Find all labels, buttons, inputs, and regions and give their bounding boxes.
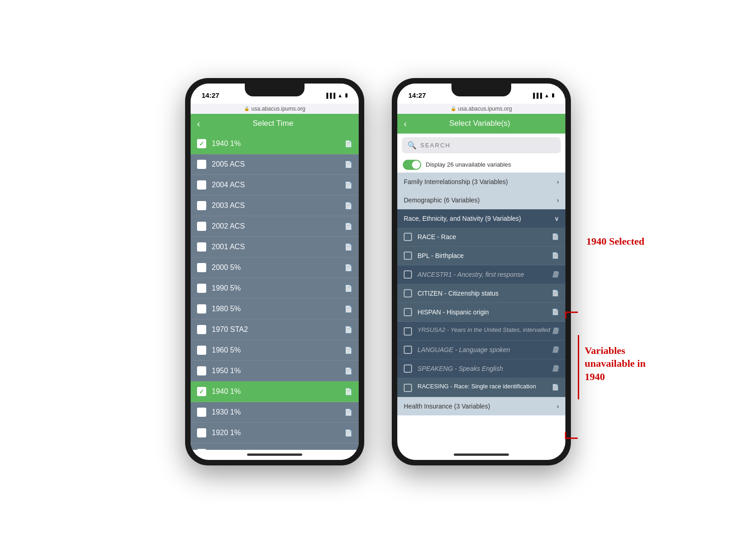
time-item-label: 1940 1% — [212, 140, 344, 148]
checkbox-1940_1pct_top: ✓ — [197, 139, 206, 148]
category-label: Demographic (6 Variables) — [404, 196, 480, 204]
home-bar-left — [247, 453, 302, 456]
var-item-ancestr1[interactable]: ANCESTR1 - Ancestry, first response 📄 — [397, 265, 565, 284]
time-list-item[interactable]: 2003 ACS 📄 — [191, 196, 359, 216]
browser-bar-left: 🔒 usa.abacus.ipums.org — [191, 104, 359, 114]
doc-icon: 📄 — [344, 367, 352, 375]
var-item-speakeng[interactable]: SPEAKENG - Speaks English 📄 — [397, 359, 565, 378]
right-phone: 14:27 ▐▐▐ ▲ ▮ 🔒 usa.abacus.ipums.org ‹ S… — [392, 78, 571, 465]
status-time-right: 14:27 — [408, 91, 426, 99]
var-label-ancestr1: ANCESTR1 - Ancestry, first response — [417, 271, 552, 278]
home-indicator-left — [191, 450, 359, 460]
time-list-item[interactable]: 2001 ACS 📄 — [191, 237, 359, 258]
left-phone-screen: 14:27 ▐▐▐ ▲ ▮ 🔒 usa.abacus.ipums.org ‹ S… — [191, 84, 359, 460]
time-list-item[interactable]: 2004 ACS 📄 — [191, 175, 359, 196]
battery-icon: ▮ — [345, 92, 348, 98]
bracket-line — [575, 335, 579, 399]
time-item-label: 1930 1% — [212, 408, 344, 416]
checkbox-1920_1pct — [197, 428, 206, 437]
doc-icon: 📄 — [344, 409, 352, 416]
var-label-yrsusa2: YRSUSA2 - Years in the United States, in… — [417, 326, 552, 333]
checkbox-1950_1pct — [197, 366, 206, 375]
var-label-bpl: BPL - Birthplace — [417, 252, 552, 259]
back-button-left[interactable]: ‹ — [197, 118, 200, 129]
time-list-item[interactable]: 2000 5% 📄 — [191, 258, 359, 278]
var-doc-icon-race: 📄 — [552, 233, 559, 240]
var-checkbox-ancestr1 — [404, 270, 412, 279]
category-header-family[interactable]: Family Interrelationship (3 Variables) › — [397, 173, 565, 191]
left-phone: 14:27 ▐▐▐ ▲ ▮ 🔒 usa.abacus.ipums.org ‹ S… — [185, 78, 364, 465]
category-header-health[interactable]: Health Insurance (3 Variables) › — [397, 397, 565, 415]
time-list-item[interactable]: 1980 5% 📄 — [191, 299, 359, 319]
back-button-right[interactable]: ‹ — [404, 118, 407, 129]
time-list-item[interactable]: ✓ 1940 1% 📄 — [191, 134, 359, 154]
time-item-label: 2004 ACS — [212, 181, 344, 189]
var-item-race[interactable]: RACE - Race 📄 — [397, 228, 565, 246]
bracket-bottom: ⌐ — [564, 425, 579, 452]
nav-header-right: ‹ Select Variable(s) — [397, 114, 565, 134]
time-list-item[interactable]: 1970 STA2 📄 — [191, 319, 359, 340]
category-header-race_ethnicity[interactable]: Race, Ethnicity, and Nativity (9 Variabl… — [397, 209, 565, 228]
time-list-item[interactable]: 1930 1% 📄 — [191, 402, 359, 423]
var-item-yrsusa2[interactable]: YRSUSA2 - Years in the United States, in… — [397, 322, 565, 341]
time-item-label: 1950 1% — [212, 367, 344, 375]
lock-icon-right: 🔒 — [451, 106, 456, 111]
doc-icon: 📄 — [344, 388, 352, 395]
checkbox-2005_acs — [197, 160, 206, 169]
search-bar[interactable]: 🔍 — [402, 137, 561, 153]
doc-icon: 📄 — [344, 181, 352, 189]
time-list-item[interactable]: 2005 ACS 📄 — [191, 154, 359, 175]
var-item-citizen[interactable]: CITIZEN - Citizenship status 📄 — [397, 284, 565, 303]
time-list-item[interactable]: 2002 ACS 📄 — [191, 216, 359, 237]
time-item-label: 2003 ACS — [212, 202, 344, 210]
toggle-row: Display 26 unavailable variables — [397, 157, 565, 173]
var-checkbox-citizen — [404, 289, 412, 297]
category-label: Family Interrelationship (3 Variables) — [404, 178, 508, 185]
doc-icon: 📄 — [344, 429, 352, 437]
checkbox-2004_acs — [197, 180, 206, 190]
checkmark: ✓ — [199, 388, 204, 395]
time-item-label: 1940 1% — [212, 387, 344, 396]
search-input[interactable] — [420, 142, 555, 149]
checkbox-1990_5pct — [197, 284, 206, 293]
time-list-item[interactable]: 1920 1% 📄 — [191, 423, 359, 443]
notch-right — [451, 84, 511, 96]
time-list-item[interactable]: 1990 5% 📄 — [191, 278, 359, 299]
category-label: Health Insurance (3 Variables) — [404, 403, 490, 410]
time-item-label: 2002 ACS — [212, 222, 344, 230]
var-item-racesing[interactable]: RACESING - Race: Single race identificat… — [397, 378, 565, 397]
var-doc-icon-bpl: 📄 — [552, 252, 559, 259]
category-header-demographic[interactable]: Demographic (6 Variables) › — [397, 191, 565, 209]
time-list-item[interactable]: ✓ 1940 1% 📄 — [191, 381, 359, 402]
time-item-label: 1960 5% — [212, 346, 344, 354]
phones-wrapper: 14:27 ▐▐▐ ▲ ▮ 🔒 usa.abacus.ipums.org ‹ S… — [185, 78, 571, 465]
unavailable-toggle[interactable] — [403, 160, 421, 170]
time-list-item[interactable]: 1910 OVRS 📄 — [191, 443, 359, 450]
doc-icon: 📄 — [344, 285, 352, 292]
doc-icon: 📄 — [344, 347, 352, 354]
time-list: ✓ 1940 1% 📄 2005 ACS 📄 2004 ACS 📄 2003 A… — [191, 134, 359, 450]
var-label-hispan: HISPAN - Hispanic origin — [417, 308, 552, 316]
doc-icon: 📄 — [344, 326, 352, 333]
battery-icon-right: ▮ — [552, 92, 554, 98]
var-item-language[interactable]: LANGUAGE - Language spoken 📄 — [397, 341, 565, 359]
var-checkbox-racesing — [404, 384, 412, 392]
var-doc-icon-racesing: 📄 — [552, 384, 559, 391]
checkbox-2001_acs — [197, 242, 206, 252]
browser-url-right: usa.abacus.ipums.org — [458, 106, 512, 112]
var-checkbox-bpl — [404, 252, 412, 260]
bracket-top: ⌐ — [564, 298, 579, 326]
var-doc-icon-hispan: 📄 — [552, 308, 559, 315]
var-label-race: RACE - Race — [417, 233, 552, 241]
time-list-item[interactable]: 1950 1% 📄 — [191, 361, 359, 381]
var-checkbox-hispan — [404, 308, 412, 316]
toggle-label: Display 26 unavailable variables — [426, 161, 511, 168]
var-item-hispan[interactable]: HISPAN - Hispanic origin 📄 — [397, 303, 565, 322]
category-chevron: ∨ — [554, 215, 559, 222]
browser-bar-right: 🔒 usa.abacus.ipums.org — [397, 104, 565, 114]
var-checkbox-yrsusa2 — [404, 327, 412, 336]
time-list-item[interactable]: 1960 5% 📄 — [191, 340, 359, 361]
var-item-bpl[interactable]: BPL - Birthplace 📄 — [397, 246, 565, 265]
checkbox-2002_acs — [197, 222, 206, 231]
home-bar-right — [454, 453, 509, 456]
